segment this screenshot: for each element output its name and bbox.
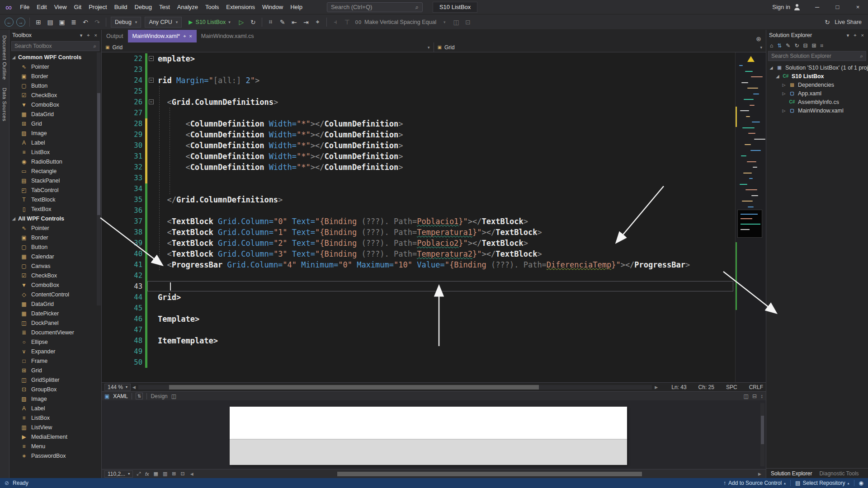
live-share-icon[interactable]: ↻: [822, 16, 833, 28]
bookmark-icon[interactable]: ⌖: [312, 16, 323, 28]
undo-icon[interactable]: ↶: [80, 16, 91, 28]
code-line[interactable]: 41<ProgressBar Grid.Column="4" Minimum="…: [102, 259, 735, 270]
switch-views-icon[interactable]: ⇅: [777, 42, 782, 49]
window-menu-icon[interactable]: ▾: [845, 33, 851, 38]
start-debugging-button[interactable]: ▶ S10 ListBox ▾: [185, 17, 234, 28]
toolbox-item-border[interactable]: ▣Border: [9, 71, 101, 81]
toolbox-item-button[interactable]: ▢Button: [9, 242, 101, 252]
home-icon[interactable]: ⌂: [770, 42, 773, 49]
horizontal-split-icon[interactable]: ⊟: [752, 393, 757, 399]
code-line[interactable]: 32<ColumnDefinition Width="*"></ColumnDe…: [102, 162, 735, 173]
scroll-left-icon[interactable]: ◀: [189, 472, 195, 476]
toolbox-item-gridsplitter[interactable]: ◫GridSplitter: [9, 375, 101, 385]
select-repository-button[interactable]: ▤Select Repository▴: [795, 480, 849, 486]
xaml-view-tab[interactable]: XAML: [113, 393, 128, 399]
fold-marker-icon[interactable]: −: [149, 78, 154, 83]
toolbox-item-image[interactable]: ▨Image: [9, 128, 101, 138]
align-tops-icon[interactable]: ⊤: [342, 16, 353, 28]
editor-options-gear-icon[interactable]: ⊛: [751, 35, 766, 42]
toolbox-item-listbox[interactable]: ≡ListBox: [9, 147, 101, 157]
code-line[interactable]: 35</Grid.ColumnDefinitions>: [102, 194, 735, 205]
toolbox-item-border[interactable]: ▣Border: [9, 233, 101, 242]
menu-edit[interactable]: Edit: [33, 0, 50, 14]
code-line[interactable]: 30<ColumnDefinition Width="*"></ColumnDe…: [102, 140, 735, 151]
code-line[interactable]: 22−emplate>: [102, 53, 735, 64]
bell-icon[interactable]: ◉: [859, 480, 863, 486]
indent-decrease-icon[interactable]: ⇤: [289, 16, 300, 28]
zoom-to-fit-icon[interactable]: ⤢: [136, 471, 142, 477]
toolbox-section-common-wpf-controls[interactable]: ◢Common WPF Controls: [9, 52, 101, 62]
toolbox-item-textblock[interactable]: TTextBlock: [9, 195, 101, 204]
caret-expanded-icon[interactable]: ◢: [769, 66, 774, 70]
design-preview-listbox-row[interactable]: [230, 439, 627, 465]
background-tasks-icon[interactable]: ⊘: [5, 480, 9, 486]
fold-marker-icon[interactable]: −: [149, 56, 154, 61]
code-line[interactable]: 49: [102, 346, 735, 357]
menu-help[interactable]: Help: [287, 0, 306, 14]
fold-marker-icon[interactable]: −: [149, 99, 154, 104]
code-line[interactable]: 47: [102, 324, 735, 335]
pin-icon[interactable]: ⌖: [183, 33, 186, 39]
tree-item-assemblyinfo-cs[interactable]: C#AssemblyInfo.cs: [766, 98, 868, 106]
effects-fx-icon[interactable]: fx: [144, 471, 150, 477]
code-line[interactable]: 33: [102, 173, 735, 183]
tab-data-sources[interactable]: Data Sources: [2, 88, 7, 121]
quick-search-input[interactable]: Search (Ctrl+Q) ⌕: [327, 2, 423, 12]
menu-analyze[interactable]: Analyze: [174, 0, 202, 14]
hot-reload-icon[interactable]: ↻: [248, 16, 259, 28]
menu-file[interactable]: File: [16, 0, 33, 14]
horizontal-scrollbar[interactable]: [138, 385, 652, 389]
design-surface[interactable]: [102, 400, 766, 469]
toolbox-search-input[interactable]: Search Toolbox ⌕: [11, 41, 99, 51]
tree-item-solution-s10-listbox-1-of-1-pr[interactable]: ◢▣Solution 'S10 ListBox' (1 of 1 projec: [766, 63, 868, 72]
tree-item-app-xaml[interactable]: ▷▢App.xaml: [766, 89, 868, 98]
code-line[interactable]: 26−<Grid.ColumnDefinitions>: [102, 97, 735, 108]
start-without-debugging-icon[interactable]: ▷: [236, 16, 247, 28]
refresh-icon[interactable]: ↻: [794, 42, 799, 49]
snaplines-icon[interactable]: ⊞: [171, 471, 177, 477]
pin-icon[interactable]: ⌖: [852, 33, 858, 38]
scrollbar-map[interactable]: [735, 52, 766, 382]
toolbox-item-frame[interactable]: □Frame: [9, 356, 101, 366]
tab-document-outline[interactable]: Document Outline: [2, 35, 7, 80]
toolbox-item-label[interactable]: ALabel: [9, 404, 101, 413]
toolbox-item-combobox[interactable]: ▼ComboBox: [9, 280, 101, 290]
close-icon[interactable]: ×: [189, 33, 192, 39]
code-line[interactable]: 23: [102, 64, 735, 75]
code-line[interactable]: 36: [102, 205, 735, 216]
code-line[interactable]: 25: [102, 86, 735, 97]
code-line[interactable]: 39<TextBlock Grid.Column="2" Text="{Bind…: [102, 238, 735, 249]
toolbox-item-combobox[interactable]: ▼ComboBox: [9, 100, 101, 109]
toolbox-item-checkbox[interactable]: ☑CheckBox: [9, 90, 101, 100]
indent-increase-icon[interactable]: ⇥: [301, 16, 311, 28]
toolbox-item-ellipse[interactable]: ○Ellipse: [9, 337, 101, 347]
expand-pane-icon[interactable]: ↕: [760, 393, 763, 399]
menu-test[interactable]: Test: [156, 0, 174, 14]
toolbox-item-datagrid[interactable]: ▦DataGrid: [9, 299, 101, 309]
toolbox-item-button[interactable]: ▢Button: [9, 81, 101, 90]
tree-item-mainwindow-xaml[interactable]: ▷▢MainWindow.xaml: [766, 106, 868, 115]
popout-icon[interactable]: ◫: [171, 393, 176, 399]
navigate-back-icon[interactable]: ←: [5, 18, 14, 27]
snap-grid-icon[interactable]: ▥: [162, 471, 168, 477]
toolbox-item-image[interactable]: ▨Image: [9, 394, 101, 404]
toolbox-section-all-wpf-controls[interactable]: ◢All WPF Controls: [9, 214, 101, 223]
vertical-split-icon[interactable]: ◫: [744, 393, 749, 399]
maximize-button[interactable]: □: [827, 0, 848, 14]
code-line[interactable]: 48ItemTemplate>: [102, 335, 735, 346]
code-line[interactable]: 29<ColumnDefinition Width="*"></ColumnDe…: [102, 129, 735, 140]
save-icon[interactable]: ▣: [57, 16, 67, 28]
disable-project-code-icon[interactable]: ⊡: [180, 471, 186, 477]
show-all-files-icon[interactable]: ⊞: [812, 42, 816, 49]
toolbox-item-label[interactable]: ALabel: [9, 138, 101, 147]
show-grid-icon[interactable]: ▦: [153, 471, 159, 477]
solution-search-input[interactable]: Search Solution Explorer ⌕: [768, 51, 866, 61]
toolbox-item-calendar[interactable]: ▦Calendar: [9, 252, 101, 261]
menu-git[interactable]: Git: [71, 0, 85, 14]
code-line[interactable]: 24−rid Margin="[all:] 2">: [102, 75, 735, 86]
live-share-label[interactable]: Live Share: [834, 19, 864, 25]
toolbox-item-documentviewer[interactable]: ≣DocumentViewer: [9, 328, 101, 337]
code-line[interactable]: 46Template>: [102, 314, 735, 324]
add-to-source-control-button[interactable]: ↑Add to Source Control▴: [723, 480, 786, 486]
code-line[interactable]: 38<TextBlock Grid.Column="1" Text="{Bind…: [102, 227, 735, 238]
